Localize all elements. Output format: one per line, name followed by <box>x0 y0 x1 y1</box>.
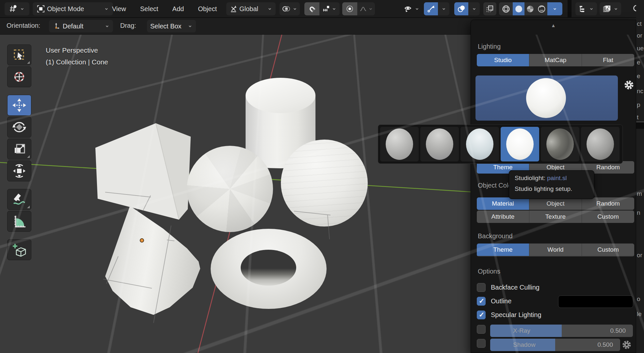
menu-object[interactable]: Object <box>196 4 219 14</box>
gizmos-dropdown[interactable] <box>438 2 449 15</box>
drag-mode-dropdown[interactable]: Select Box <box>147 20 196 32</box>
occluded-text-fragment: m <box>637 190 642 197</box>
color-random[interactable]: Random <box>582 197 634 210</box>
lighting-tabs: Studio MatCap Flat <box>477 54 634 66</box>
outliner-header <box>572 0 644 18</box>
mode-label: Object Mode <box>47 5 102 13</box>
occluded-text-fragment: p <box>637 101 640 109</box>
background-world[interactable]: World <box>529 244 582 256</box>
tool-select-box[interactable] <box>7 44 31 65</box>
menu-bar: View Select Add Object <box>110 0 219 18</box>
studiolight-thumb-6[interactable] <box>581 127 620 161</box>
shading-wireframe-button[interactable] <box>499 2 513 15</box>
studiolight-thumb-2[interactable] <box>420 127 459 161</box>
overlays-icon <box>457 5 466 13</box>
tooltip-description: Studio lighting setup. <box>515 185 588 193</box>
object-origin-dot[interactable] <box>140 238 144 243</box>
outline-color-swatch[interactable] <box>558 295 633 308</box>
tool-rotate[interactable] <box>7 117 31 138</box>
overlays-toggle[interactable] <box>454 2 468 15</box>
background-custom[interactable]: Custom <box>582 244 634 256</box>
show-hide-eye-icon <box>403 4 412 13</box>
studiolight-thumb-5[interactable] <box>541 127 579 161</box>
transform-orientation-dropdown[interactable]: Global <box>226 2 276 15</box>
shading-options-dropdown[interactable] <box>547 2 562 15</box>
tab-flat[interactable]: Flat <box>582 54 634 66</box>
proportional-editing-toggle[interactable] <box>342 2 357 15</box>
specular-lighting-checkbox[interactable] <box>477 311 486 319</box>
xray-toggle[interactable] <box>483 2 496 15</box>
annotate-tool-icon <box>12 192 27 207</box>
editor-type-icon <box>9 5 18 13</box>
chevron-down-icon <box>292 6 298 11</box>
chevron-down-icon <box>368 6 373 11</box>
color-material[interactable]: Material <box>477 197 529 210</box>
studiolight-preview[interactable] <box>475 76 618 121</box>
color-custom[interactable]: Custom <box>582 210 634 223</box>
outline-checkbox[interactable] <box>477 297 486 306</box>
tool-cursor[interactable] <box>7 66 31 87</box>
transform-tool-icon <box>12 163 27 178</box>
overlays-dropdown[interactable] <box>468 2 480 15</box>
editor-type-button[interactable] <box>5 2 29 15</box>
background-heading: Background <box>478 232 513 240</box>
rendered-sphere-icon <box>537 5 546 13</box>
color-attribute[interactable]: Attribute <box>477 210 529 223</box>
occluded-text-fragment: or <box>637 252 642 259</box>
occluded-text-fragment: t <box>637 114 638 121</box>
studiolight-thumb-4[interactable] <box>501 127 539 161</box>
shadow-settings-gear-icon[interactable] <box>621 340 632 350</box>
occluded-text-fragment: ct <box>637 20 642 27</box>
lighting-heading: Lighting <box>478 43 501 50</box>
outliner-filter-button[interactable] <box>600 2 621 15</box>
shadow-slider[interactable]: Shadow 0.500 <box>490 339 620 351</box>
editor-divider[interactable] <box>568 0 572 18</box>
rotate-tool-icon <box>12 120 27 135</box>
tool-annotate[interactable] <box>7 189 31 210</box>
orientation-caption: Orientation: <box>7 22 40 29</box>
select-box-icon <box>12 48 26 62</box>
visibility-dropdown[interactable] <box>401 2 422 15</box>
xray-icon <box>486 5 494 13</box>
studiolight-thumb-1[interactable] <box>380 127 419 161</box>
mode-dropdown[interactable]: Object Mode <box>33 2 113 15</box>
proportional-falloff-dropdown[interactable] <box>357 2 375 15</box>
tool-transform[interactable] <box>7 160 31 181</box>
outliner-editor-type-button[interactable] <box>575 2 597 15</box>
snap-settings-dropdown[interactable] <box>319 2 340 15</box>
snap-toggle[interactable] <box>304 2 319 15</box>
background-theme[interactable]: Theme <box>477 244 529 256</box>
menu-view[interactable]: View <box>110 4 128 14</box>
color-object[interactable]: Object <box>529 197 582 210</box>
shadow-checkbox[interactable] <box>477 339 486 348</box>
xray-checkbox[interactable] <box>477 325 486 334</box>
tool-scale[interactable] <box>7 139 31 160</box>
pivot-point-icon <box>282 5 290 13</box>
shading-material-button[interactable] <box>524 2 536 15</box>
orientation-dropdown[interactable]: Default <box>49 20 113 32</box>
occluded-field-fragment <box>636 122 644 129</box>
shading-rendered-button[interactable] <box>536 2 547 15</box>
object-mode-icon <box>37 5 45 13</box>
shadow-slider-label: Shadow <box>513 341 536 348</box>
shading-solid-button[interactable] <box>513 2 524 15</box>
menu-add[interactable]: Add <box>170 4 186 14</box>
xray-slider-value: 0.500 <box>610 327 626 334</box>
color-texture[interactable]: Texture <box>529 210 582 223</box>
tool-measure[interactable] <box>7 211 31 232</box>
backface-culling-checkbox[interactable] <box>477 283 486 292</box>
studiolight-settings-gear-icon[interactable] <box>623 79 635 91</box>
popover-scroll-up-arrow[interactable]: ▲ <box>551 23 556 28</box>
studiolight-sphere-1 <box>386 128 413 160</box>
xray-slider[interactable]: X-Ray 0.500 <box>490 325 633 337</box>
tool-add-cube[interactable] <box>7 239 31 260</box>
tab-studio[interactable]: Studio <box>477 54 529 66</box>
tab-matcap[interactable]: MatCap <box>529 54 582 66</box>
studiolight-sphere-3 <box>466 128 493 160</box>
gizmos-toggle[interactable] <box>424 2 438 15</box>
global-axis-icon <box>230 5 237 13</box>
menu-select[interactable]: Select <box>138 4 160 14</box>
studiolight-thumb-3[interactable] <box>460 127 499 161</box>
pivot-point-dropdown[interactable] <box>280 2 300 15</box>
tool-move[interactable] <box>7 95 31 116</box>
